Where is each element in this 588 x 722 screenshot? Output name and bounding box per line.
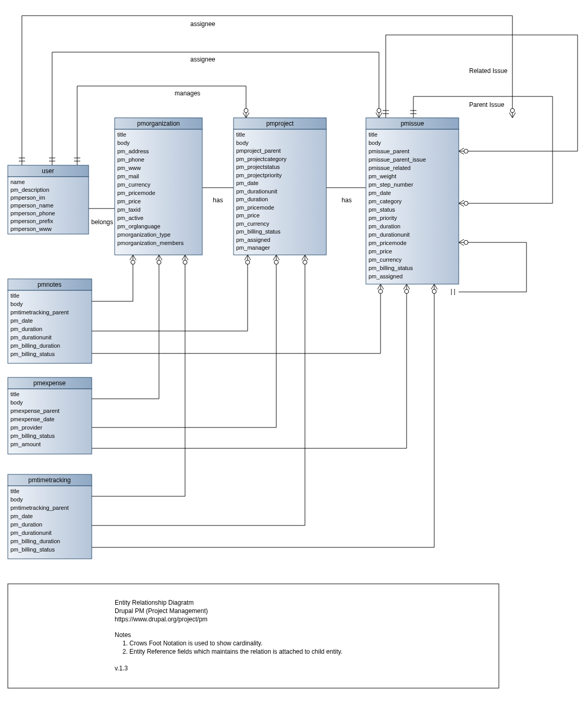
entity-field: pm_pricemode xyxy=(117,190,155,196)
entity-field: pmissue_parent xyxy=(369,148,409,154)
entity-field: pmtimetracking_parent xyxy=(10,309,69,315)
svg-text:pmnotes: pmnotes xyxy=(38,281,62,288)
svg-rect-28 xyxy=(8,584,499,688)
entity-field: pmperson_www xyxy=(10,226,52,232)
svg-text:pmtimetracking: pmtimetracking xyxy=(28,476,70,484)
entity-field: title xyxy=(117,131,126,138)
entity-field: pm_duration xyxy=(236,196,268,202)
entity-user: user namepm_descriptionpmperson_impmpers… xyxy=(8,165,89,234)
svg-text:user: user xyxy=(42,167,54,175)
entity-field: body xyxy=(10,301,23,307)
entity-field: pm_pricemode xyxy=(369,240,407,246)
entity-field: pm_durationunit xyxy=(10,334,52,340)
entity-field: pm_billing_status xyxy=(236,228,280,235)
entity-field: pm_price xyxy=(117,198,141,204)
entity-pmexpense: pmexpense titlebodypmexpense_parentpmexp… xyxy=(8,377,92,454)
entity-field: pm_date xyxy=(10,317,33,324)
entity-field: pm_duration xyxy=(10,326,42,332)
entity-field: pmperson_prefix xyxy=(10,218,53,224)
entity-field: pmissue_related xyxy=(369,165,411,171)
entity-field: pm_provider xyxy=(10,424,42,431)
entity-field: body xyxy=(236,140,249,146)
entity-field: pm_currency xyxy=(236,221,270,227)
svg-text:1. Crows Foot Notation is used: 1. Crows Foot Notation is used to show c… xyxy=(123,640,263,647)
entity-field: pm_currency xyxy=(117,181,151,188)
entity-field: pmtimetracking_parent xyxy=(10,505,69,511)
entity-field: pm_billing_status xyxy=(10,433,55,439)
legend: Entity Relationship Diagratm Drupal PM (… xyxy=(8,584,499,688)
entity-field: body xyxy=(369,140,381,146)
svg-text:pmexpense: pmexpense xyxy=(33,380,66,387)
entity-field: pm_category xyxy=(369,198,402,204)
entity-field: pmorganization_members xyxy=(117,240,184,246)
entity-field: pm_status xyxy=(369,206,395,213)
entity-field: pm_duration xyxy=(10,521,42,528)
label-assignee-mid: assignee xyxy=(190,56,215,63)
entity-field: pm_billing_status xyxy=(10,546,55,553)
entity-field: pm_assigned xyxy=(236,237,270,243)
entity-field: body xyxy=(10,399,23,406)
entity-field: pm_billing_status xyxy=(10,351,55,357)
entity-field: pm_billing_status xyxy=(369,265,413,271)
entity-field: pmperson_name xyxy=(10,202,54,209)
svg-text:https://www.drupal.org/project: https://www.drupal.org/project/pm xyxy=(115,616,207,623)
entity-field: pm_address xyxy=(117,148,149,154)
entity-field: pm_date xyxy=(10,513,33,519)
entity-field: pm_date xyxy=(236,180,259,186)
entity-field: pm_manager xyxy=(236,244,270,251)
svg-text:Notes: Notes xyxy=(115,631,131,639)
entity-field: pm_billing_duration xyxy=(10,538,60,544)
entity-field: pm_price xyxy=(236,212,260,218)
label-parent: Parent Issue xyxy=(469,101,505,108)
svg-text:pmissue: pmissue xyxy=(401,120,424,127)
entity-field: pmperson_phone xyxy=(10,210,55,216)
label-related: Related Issue xyxy=(469,67,508,75)
entity-field: pm_price xyxy=(369,248,392,254)
label-has2: has xyxy=(341,197,351,204)
entity-user-fields: namepm_descriptionpmperson_impmperson_na… xyxy=(10,179,55,232)
entity-field: pm_mail xyxy=(117,173,139,179)
entity-field: pm_description xyxy=(10,187,50,193)
entity-field: title xyxy=(10,391,19,397)
entity-field: pmproject_parent xyxy=(236,148,281,154)
entity-field: pm_pricemode xyxy=(236,204,274,211)
entity-field: pmperson_im xyxy=(10,194,45,201)
label-belongs: belongs xyxy=(91,218,113,226)
entity-field: pmexpense_parent xyxy=(10,408,59,414)
entity-field: body xyxy=(10,496,23,503)
svg-text:v.1.3: v.1.3 xyxy=(115,665,128,672)
entity-pmnotes: pmnotes titlebodypmtimetracking_parentpm… xyxy=(8,279,92,363)
entity-field: pmissue_parent_issue xyxy=(369,156,426,163)
entity-field: pm_step_number xyxy=(369,181,413,188)
entity-field: pm_projectstatus xyxy=(236,164,280,170)
entity-field: pm_projectpriority xyxy=(236,172,282,178)
entity-pmissue: pmissue titlebodypmissue_parentpmissue_p… xyxy=(366,118,459,284)
entity-field: pm_currency xyxy=(369,256,402,263)
entity-field: pm_assigned xyxy=(369,273,402,279)
entity-field: body xyxy=(117,140,130,146)
label-manages: manages xyxy=(175,90,200,97)
svg-text:Drupal PM (Project Management): Drupal PM (Project Management) xyxy=(115,607,208,615)
entity-field: title xyxy=(369,131,377,138)
entity-field: pmorganization_type xyxy=(117,231,170,238)
entity-field: pm_orglanguage xyxy=(117,223,161,229)
entity-field: pm_priority xyxy=(369,215,397,221)
svg-text:Entity Relationship Diagratm: Entity Relationship Diagratm xyxy=(115,599,193,606)
entity-field: pm_date xyxy=(369,190,391,196)
entity-field: name xyxy=(10,179,25,185)
entity-pmorganization: pmorganization titlebodypm_addresspm_pho… xyxy=(115,118,202,255)
entity-field: pm_www xyxy=(117,165,141,171)
entity-field: pm_durationunit xyxy=(369,231,410,238)
entity-field: pm_durationunit xyxy=(236,188,277,194)
label-has1: has xyxy=(213,197,223,204)
entity-field: pm_weight xyxy=(369,173,396,179)
entity-field: pm_projectcategory xyxy=(236,156,287,162)
label-assignee-top: assignee xyxy=(190,20,215,28)
svg-text:2. Entity Reference fields whi: 2. Entity Reference fields which maintai… xyxy=(123,648,342,655)
entity-field: title xyxy=(236,131,245,138)
entity-field: pmexpense_date xyxy=(10,416,54,422)
svg-text:pmproject: pmproject xyxy=(266,120,294,127)
entity-pmtimetracking: pmtimetracking titlebodypmtimetracking_p… xyxy=(8,474,92,559)
entity-field: pm_duration xyxy=(369,223,400,229)
svg-text:pmorganization: pmorganization xyxy=(137,120,180,127)
